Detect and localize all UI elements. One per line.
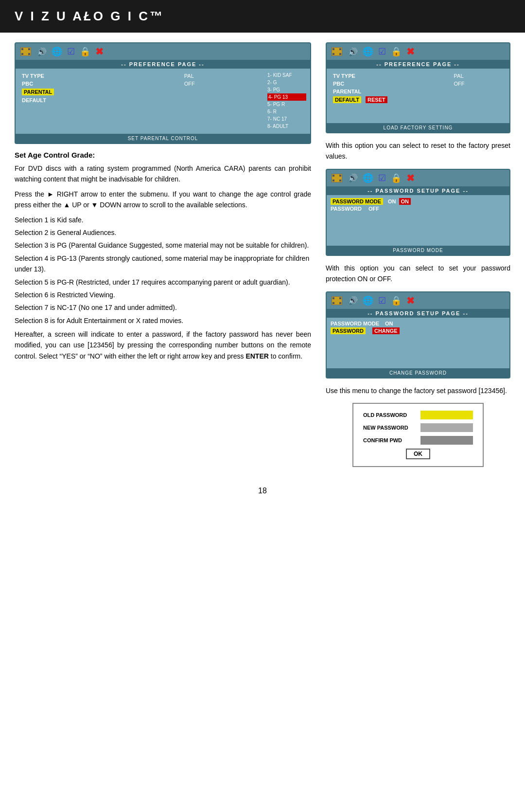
svg-rect-14 xyxy=(339,180,341,181)
section-title: Set Age Control Grade: xyxy=(15,151,311,159)
old-pwd-label: OLD PASSWORD xyxy=(363,412,417,418)
pwd-mode-row: PASSWORD MODE ON ON xyxy=(331,198,506,205)
old-pwd-field[interactable] xyxy=(420,411,473,419)
screen1-title: -- PREFERENCE PAGE -- xyxy=(16,60,310,69)
screen2-factory: 🔊 🌐 ☑ 🔒 ✖ -- PREFERENCE PAGE -- TV TYPE … xyxy=(326,42,510,133)
change-pwd-input-box: OLD PASSWORD NEW PASSWORD CONFIRM PWD OK xyxy=(352,403,484,467)
svg-rect-6 xyxy=(332,48,334,50)
pwd-on-highlight: ON xyxy=(399,198,411,205)
tv-type-label: TV TYPE xyxy=(20,72,182,79)
screen3-body: PASSWORD MODE ON ON PASSWORD OFF xyxy=(327,195,509,246)
ok-button[interactable]: OK xyxy=(406,449,430,459)
list-item: 6- R xyxy=(267,108,306,115)
close-icon4: ✖ xyxy=(406,295,415,307)
logo: V I Z U AŁO G I C™ xyxy=(15,9,164,24)
sel8: Selection 8 is for Adult Entertainment o… xyxy=(15,315,311,326)
check-icon: ☑ xyxy=(67,46,75,57)
check-icon3: ☑ xyxy=(378,173,386,183)
globe-icon3: 🌐 xyxy=(363,173,373,183)
old-pwd-row: OLD PASSWORD xyxy=(363,411,473,419)
svg-rect-4 xyxy=(28,53,30,55)
left-column: 🔊 🌐 ☑ 🔒 ✖ -- PREFERENCE PAGE -- TV TYPE … xyxy=(15,42,311,472)
screen1-rating-list: 1- KID SAF 2- G 3- PG 4- PG 13 5- PG R 6… xyxy=(267,72,306,130)
screen4-topbar: 🔊 🌐 ☑ 🔒 ✖ xyxy=(327,292,509,309)
default-highlight: DEFAULT xyxy=(333,96,361,103)
parental-label2: PARENTAL xyxy=(332,88,452,95)
svg-rect-2 xyxy=(28,48,30,50)
svg-rect-11 xyxy=(332,175,334,177)
change-highlight: CHANGE xyxy=(372,327,400,334)
screen1-left-pane: TV TYPE PAL PBC OFF PARENTAL D xyxy=(19,72,264,130)
password-label: PASSWORD xyxy=(331,206,362,212)
list-item: 7- NC 17 xyxy=(267,115,306,123)
globe-icon: 🌐 xyxy=(52,46,62,57)
check-icon2: ☑ xyxy=(378,46,386,57)
screen3-password-mode: 🔊 🌐 ☑ 🔒 ✖ -- PASSWORD SETUP PAGE -- PASS… xyxy=(326,169,510,256)
new-pwd-row: NEW PASSWORD xyxy=(363,423,473,432)
audio-icon2: 🔊 xyxy=(348,47,358,56)
header: V I Z U AŁO G I C™ xyxy=(0,0,525,33)
svg-rect-12 xyxy=(339,175,341,177)
close-icon2: ✖ xyxy=(406,46,415,57)
tv-type-val: PAL xyxy=(183,72,263,79)
audio-icon4: 🔊 xyxy=(348,296,358,305)
confirm-pwd-row: CONFIRM PWD xyxy=(363,436,473,445)
sel2: Selection 2 is General Audiences. xyxy=(15,227,311,238)
film-icon2 xyxy=(331,47,343,56)
sel1: Selection 1 is Kid safe. xyxy=(15,215,311,225)
list-item: 8- ADULT xyxy=(267,123,306,130)
table-row: DEFAULT RESET xyxy=(332,96,505,104)
rating-list: 1- KID SAF 2- G 3- PG 4- PG 13 5- PG R 6… xyxy=(267,72,306,130)
svg-rect-13 xyxy=(332,180,334,181)
new-pwd-field[interactable] xyxy=(420,423,473,432)
tv-type-val2: PAL xyxy=(453,72,505,79)
page-number: 18 xyxy=(0,482,525,505)
check-icon4: ☑ xyxy=(378,295,386,306)
table-row: PBC OFF xyxy=(20,80,263,87)
new-pwd-label: NEW PASSWORD xyxy=(363,425,417,431)
screen2-title: -- PREFERENCE PAGE -- xyxy=(327,60,509,69)
pwd-mode-label: PASSWORD MODE xyxy=(331,198,383,205)
svg-rect-1 xyxy=(21,48,23,50)
confirm-pwd-label: CONFIRM PWD xyxy=(363,437,417,443)
screen4-title: -- PASSWORD SETUP PAGE -- xyxy=(327,309,509,318)
para2: Press the ► RIGHT arrow to enter the sub… xyxy=(15,189,311,211)
list-item: 3- PG xyxy=(267,86,306,93)
left-text-content: Set Age Control Grade: For DVD discs wit… xyxy=(15,151,311,361)
screen1-table: TV TYPE PAL PBC OFF PARENTAL D xyxy=(19,72,264,105)
film-icon4 xyxy=(331,296,343,306)
pbc-label2: PBC xyxy=(332,80,452,87)
reset-highlight: RESET xyxy=(366,96,387,103)
screen2-footer: LOAD FACTORY SETTING xyxy=(327,123,509,132)
list-item: 2- G xyxy=(267,79,306,86)
film-icon xyxy=(19,47,32,56)
globe-icon4: 🌐 xyxy=(363,295,373,306)
list-item-selected: 4- PG 13 xyxy=(267,93,306,101)
globe-icon2: 🌐 xyxy=(363,46,373,57)
right-column: 🔊 🌐 ☑ 🔒 ✖ -- PREFERENCE PAGE -- TV TYPE … xyxy=(326,42,510,472)
confirm-pwd-field[interactable] xyxy=(420,436,473,445)
tv-type-label2: TV TYPE xyxy=(332,72,452,79)
svg-rect-16 xyxy=(332,297,334,299)
table-row: PBC OFF xyxy=(332,80,505,87)
pbc-label: PBC xyxy=(20,80,182,87)
lock-icon3: 🔒 xyxy=(391,173,402,183)
screen4-pwd-mode-label: PASSWORD MODE xyxy=(331,321,379,326)
screen1-body: TV TYPE PAL PBC OFF PARENTAL D xyxy=(16,69,310,134)
screen3-footer: PASSWORD MODE xyxy=(327,246,509,255)
pbc-val: OFF xyxy=(183,80,263,87)
default-label: DEFAULT xyxy=(20,97,182,104)
screen2-table: TV TYPE PAL PBC OFF PARENTAL DEFAULT xyxy=(331,72,506,105)
screen1-preference-parental: 🔊 🌐 ☑ 🔒 ✖ -- PREFERENCE PAGE -- TV TYPE … xyxy=(15,42,311,144)
pwd-off-val: OFF xyxy=(368,206,379,212)
screen4-on-val: ON xyxy=(385,321,393,326)
screen1-topbar: 🔊 🌐 ☑ 🔒 ✖ xyxy=(16,43,310,60)
sel4: Selection 4 is PG-13 (Parents strongly c… xyxy=(15,253,311,275)
close-icon3: ✖ xyxy=(406,172,415,184)
svg-rect-8 xyxy=(332,53,334,55)
parental-highlight: PARENTAL xyxy=(22,89,54,95)
svg-rect-9 xyxy=(339,53,341,55)
right-desc2: With this option you can select to set y… xyxy=(326,263,510,285)
para3: Hereafter, a screen will indicate to ent… xyxy=(15,329,311,361)
sel5: Selection 5 is PG-R (Restricted, under 1… xyxy=(15,277,311,288)
